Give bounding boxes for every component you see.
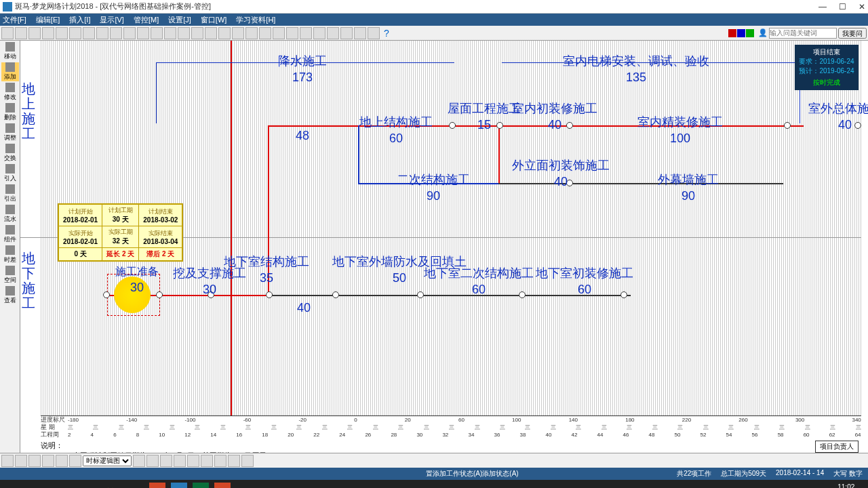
- sidebar-添加[interactable]: 添加: [1, 62, 19, 81]
- task-室外总体施工[interactable]: 室外总体施工40: [808, 100, 868, 132]
- canvas[interactable]: 地上 施工 地下 施工 降水施工173屋面工程施工: [20, 41, 868, 453]
- tool-undo[interactable]: [96, 27, 108, 39]
- task-地下室初装修施工[interactable]: 地下室初装修施工60: [536, 265, 633, 297]
- bb-9[interactable]: [160, 455, 172, 467]
- menu-insert[interactable]: 插入[I]: [69, 15, 90, 25]
- ie-icon[interactable]: e: [125, 483, 144, 488]
- tool-g[interactable]: [205, 27, 217, 39]
- sidebar-查看[interactable]: 查看: [1, 286, 19, 305]
- tool-zoom-in[interactable]: [259, 27, 271, 39]
- tool-new[interactable]: [1, 27, 14, 39]
- node[interactable]: [417, 291, 424, 298]
- task-二次结构施工[interactable]: 二次结构施工90: [397, 171, 470, 203]
- node[interactable]: [103, 291, 110, 298]
- menu-file[interactable]: 文件[F]: [3, 15, 26, 25]
- app-taskbar-icon[interactable]: [171, 483, 187, 488]
- bb-13[interactable]: [214, 455, 226, 467]
- bb-11[interactable]: [187, 455, 199, 467]
- task-地下室二次结构施工[interactable]: 地下室二次结构施工60: [424, 265, 534, 297]
- bb-2[interactable]: [15, 455, 27, 467]
- menu-control[interactable]: 管控[M]: [134, 15, 159, 25]
- app3-icon[interactable]: [214, 483, 231, 488]
- tool-n[interactable]: [340, 27, 353, 39]
- tool-a[interactable]: [123, 27, 136, 39]
- tool-save[interactable]: [28, 27, 41, 39]
- sidebar-引入[interactable]: 引入: [1, 164, 19, 183]
- bb-7[interactable]: [133, 455, 145, 467]
- tool-j[interactable]: [245, 27, 258, 39]
- cortana-icon[interactable]: ○: [27, 483, 46, 488]
- tool-h[interactable]: [218, 27, 231, 39]
- task-施工准备[interactable]: 施工准备30: [115, 265, 159, 295]
- tool-chart[interactable]: [368, 27, 380, 39]
- explorer-icon[interactable]: 📁: [100, 483, 119, 488]
- sidebar-组件[interactable]: 组件: [1, 225, 19, 244]
- tool-o[interactable]: [354, 27, 366, 39]
- tool-paste[interactable]: [83, 27, 95, 39]
- node[interactable]: [784, 122, 791, 129]
- task-地下室结构施工[interactable]: 地下室结构施工35: [224, 253, 309, 285]
- tool-redo[interactable]: [110, 27, 122, 39]
- menu-window[interactable]: 窗口[W]: [201, 15, 227, 25]
- task-地上结构施工[interactable]: 地上结构施工60: [359, 114, 433, 146]
- minimize-button[interactable]: —: [818, 2, 827, 12]
- sidebar-交换[interactable]: 交换: [1, 144, 19, 163]
- tool-k[interactable]: [300, 27, 312, 39]
- close-button[interactable]: ✕: [859, 2, 865, 12]
- task-室内初装修施工[interactable]: 室内初装修施工40: [512, 100, 597, 132]
- bb-15[interactable]: [241, 455, 254, 467]
- task-室内精装修施工[interactable]: 室内精装修施工100: [637, 114, 723, 146]
- tool-cut[interactable]: [56, 27, 68, 39]
- tool-b[interactable]: [137, 27, 149, 39]
- sidebar-时差[interactable]: 时差: [1, 245, 19, 264]
- swatch-green[interactable]: [746, 29, 754, 37]
- menu-view[interactable]: 显示[V]: [100, 15, 123, 25]
- tool-open[interactable]: [15, 27, 27, 39]
- search-input[interactable]: [769, 28, 837, 39]
- sidebar-流水[interactable]: 流水: [1, 205, 19, 224]
- task-降水施工[interactable]: 降水施工173: [278, 53, 327, 85]
- node[interactable]: [266, 291, 273, 298]
- menu-edit[interactable]: 编辑[E]: [36, 15, 60, 25]
- task-48[interactable]: 48: [296, 129, 309, 143]
- tool-print[interactable]: [42, 27, 54, 39]
- sidebar-空间[interactable]: 空间: [1, 266, 19, 285]
- powerpoint-icon[interactable]: P: [149, 483, 165, 488]
- bb-1[interactable]: [1, 455, 14, 467]
- swatch-blue[interactable]: [737, 29, 745, 37]
- edge-icon[interactable]: e: [76, 483, 95, 488]
- node[interactable]: [332, 291, 339, 298]
- swatch-red[interactable]: [728, 29, 736, 37]
- bb-10[interactable]: [174, 455, 186, 467]
- app2-icon[interactable]: [193, 483, 209, 488]
- tool-zoom-out[interactable]: [273, 27, 285, 39]
- tool-i[interactable]: [232, 27, 244, 39]
- tool-copy[interactable]: [69, 27, 81, 39]
- tool-m[interactable]: [327, 27, 339, 39]
- sidebar-修改[interactable]: 修改: [1, 83, 19, 102]
- tool-c[interactable]: [151, 27, 163, 39]
- bb-3[interactable]: [28, 455, 41, 467]
- menu-settings[interactable]: 设置[J]: [168, 15, 191, 25]
- taskview-icon[interactable]: ▭: [52, 483, 71, 488]
- bb-12[interactable]: [201, 455, 213, 467]
- sidebar-删除[interactable]: 删除: [1, 103, 19, 122]
- task-40[interactable]: 40: [297, 301, 311, 315]
- bb-4[interactable]: [42, 455, 54, 467]
- tool-l[interactable]: [313, 27, 326, 39]
- bb-8[interactable]: [146, 455, 159, 467]
- tool-d[interactable]: [164, 27, 176, 39]
- task-外幕墙施工[interactable]: 外幕墙施工90: [658, 171, 719, 203]
- task-室内电梯安装、调试、验收[interactable]: 室内电梯安装、调试、验收135: [563, 53, 709, 85]
- tool-fit[interactable]: [286, 27, 298, 39]
- bb-14[interactable]: [228, 455, 240, 467]
- tray-clock[interactable]: 11:022018/5/16: [831, 483, 866, 488]
- menu-help[interactable]: 学习资料[H]: [236, 15, 275, 25]
- sidebar-移动[interactable]: 移动: [1, 42, 19, 61]
- maximize-button[interactable]: ☐: [839, 2, 846, 12]
- task-外立面初装饰施工[interactable]: 外立面初装饰施工40: [512, 157, 610, 189]
- sidebar-调整[interactable]: 调整: [1, 123, 19, 142]
- bb-5[interactable]: [56, 455, 68, 467]
- bb-6[interactable]: [69, 455, 81, 467]
- start-button[interactable]: ⊞: [3, 483, 22, 488]
